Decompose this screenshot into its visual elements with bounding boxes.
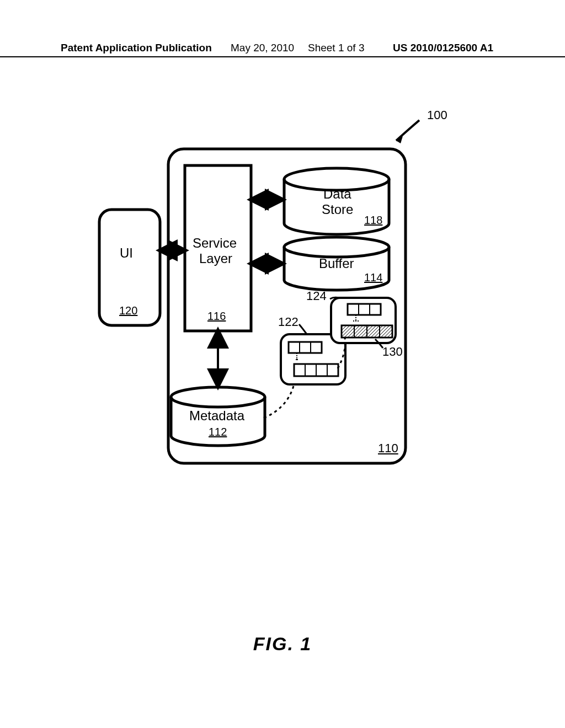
- dashed-metadata-modulea: [264, 386, 294, 418]
- buffer-ref: 114: [364, 271, 382, 284]
- figure-diagram: [0, 0, 565, 728]
- service-layer-line2: Layer: [199, 251, 232, 266]
- svg-rect-13: [348, 304, 381, 315]
- system-ref-leader: [396, 120, 419, 143]
- module-a-ref: 122: [278, 315, 299, 329]
- leader-122: [299, 324, 307, 334]
- svg-point-2: [284, 237, 389, 257]
- system-ref: 100: [427, 108, 447, 122]
- module-b-box: [331, 298, 396, 343]
- element-ref: 130: [382, 345, 403, 359]
- module-b-ref: 124: [306, 289, 327, 303]
- service-layer-ref: 116: [207, 310, 226, 323]
- service-layer-line1: Service: [193, 235, 237, 251]
- ui-label: UI: [120, 245, 133, 261]
- data-store-ref: 118: [364, 214, 382, 227]
- figure-caption: FIG. 1: [0, 633, 565, 655]
- metadata-label: Metadata: [189, 408, 244, 424]
- svg-point-3: [171, 387, 265, 407]
- svg-rect-5: [289, 342, 322, 353]
- ui-ref: 120: [119, 304, 137, 317]
- data-store-line1: Data: [323, 186, 351, 202]
- buffer-label: Buffer: [319, 256, 354, 271]
- container-ref: 110: [378, 441, 398, 456]
- data-store-line2: Store: [322, 202, 353, 217]
- metadata-ref: 112: [209, 426, 227, 438]
